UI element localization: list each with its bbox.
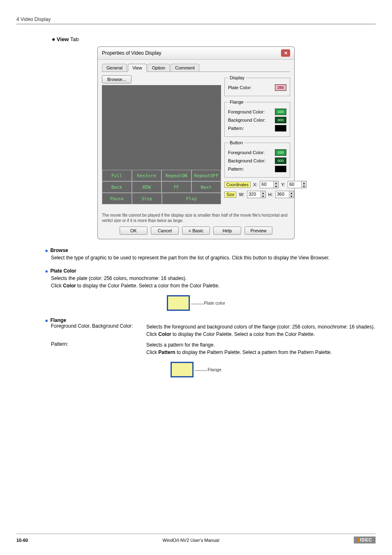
y-label: Y: [281,182,285,187]
browse-title: Browse [50,247,68,253]
flange-demo-label: Flange [208,367,221,372]
flange-fg-swatch[interactable]: 030 [275,109,286,115]
btn-pause[interactable]: Pause [102,193,132,204]
y-stepper[interactable]: 60▲▼ [288,181,307,188]
display-group: Display Plate Color: 255 [224,75,290,96]
plate-demo-swatch [167,295,190,311]
button-bg-swatch[interactable]: 000 [275,157,286,164]
flange-bg-swatch[interactable]: 000 [275,117,286,123]
button-fg-swatch[interactable]: 030 [275,149,286,156]
tab-general[interactable]: General [102,64,127,72]
button-fg-label: Foreground Color: [228,150,265,155]
idec-logo: ▮IDEC [354,536,376,543]
button-group: Button Foreground Color: 030 Background … [224,140,290,178]
button-pattern-swatch[interactable] [275,166,286,172]
page-footer: 10-60 WindO/I-NV2 User's Manual ▮IDEC [16,534,376,543]
flange-fg-text2: Click Color to display the Color Palette… [146,331,376,338]
display-legend: Display [228,75,246,80]
tab-option[interactable]: Option [148,64,170,72]
btn-stop[interactable]: Stop [132,193,162,204]
dialog-title-text: Properties of Video Display [102,50,161,56]
plate-color-swatch[interactable]: 255 [275,84,286,91]
view-tab-suffix: Tab [69,36,78,42]
tab-comment[interactable]: Comment [171,64,199,72]
flange-pat-text1: Selects a pattern for the flange. [146,341,376,349]
flange-fg-text1: Selects the foreground and background co… [146,323,376,331]
bullet-square-icon: ■ [45,269,48,273]
btn-repeat-off[interactable]: RepeatOFF [191,170,221,181]
button-legend: Button [228,140,244,145]
flange-fg-bg-label: Foreground Color, Background Color: [51,323,146,338]
preview-button[interactable]: Preview [244,227,272,235]
flange-demo: Flange [16,362,376,377]
close-icon[interactable]: ✕ [281,49,290,57]
button-bg-label: Background Color: [228,158,265,163]
plate-color-demo: Plate color [16,295,376,311]
h-label: H: [268,192,273,197]
h-stepper[interactable]: 360▲▼ [275,191,294,198]
cancel-button[interactable]: Cancel [151,227,179,235]
btn-restore[interactable]: Restore [132,170,162,181]
plate-line1: Selects the plate (color: 256 colors, mo… [51,275,376,282]
x-label: X: [253,182,257,187]
flange-table: Foreground Color, Background Color: Sele… [51,323,376,356]
flange-fg-label: Foreground Color: [228,109,265,114]
plate-line2: Click Color to display the Color Palette… [51,282,376,289]
browse-body: Select the type of graphic to be used to… [51,254,376,261]
footer-page-number: 10-60 [16,538,28,543]
bullet-icon: ● [52,36,55,42]
warning-text: The movie file cannot be played if the d… [102,213,290,223]
preview-area [102,85,221,170]
bullet-square-icon: ■ [45,318,48,323]
btn-play[interactable]: Play [162,193,221,204]
plate-demo-label: Plate color [204,301,225,305]
view-tab-heading: ● View Tab [52,36,376,42]
header-rule [16,24,376,24]
btn-back[interactable]: Back [102,181,132,193]
btn-next[interactable]: Next [191,181,221,193]
bullet-square-icon: ■ [45,248,48,253]
ok-button[interactable]: OK [120,227,148,235]
button-pattern-label: Pattern: [228,166,244,171]
browse-button[interactable]: Browse... [102,75,131,83]
flange-pattern-swatch[interactable] [275,125,286,132]
dialog-titlebar: Properties of Video Display ✕ [98,47,294,60]
properties-dialog: Properties of Video Display ✕ General Vi… [97,46,295,239]
btn-rew[interactable]: REW [132,181,162,193]
flange-bg-label: Background Color: [228,118,265,123]
flange-group: Flange Foreground Color: 030 Background … [224,99,290,137]
flange-pattern-label: Pattern: [51,341,146,356]
size-label: Size [224,192,236,198]
btn-repeat-on[interactable]: RepeatON [161,170,191,181]
dialog-tabs: General View Option Comment [102,64,290,72]
playback-button-grid: Full Restore RepeatON RepeatOFF Back REW… [102,170,221,204]
btn-full[interactable]: Full [102,170,132,181]
x-stepper[interactable]: 60▲▼ [260,181,279,188]
basic-button[interactable]: < Basic [182,227,210,235]
w-stepper[interactable]: 320▲▼ [247,191,266,198]
browse-section: ■ Browse Select the type of graphic to b… [45,247,376,261]
flange-demo-swatch [171,362,194,377]
coordinates-label: Coordinates [224,182,251,188]
flange-pat-text2: Click Pattern to display the Pattern Pal… [146,349,376,356]
plate-color-section: ■ Plate Color Selects the plate (color: … [45,268,376,289]
view-tab-label: View [57,36,69,42]
chapter-header: 4 Video Display [16,16,376,22]
flange-title: Flange [50,317,66,323]
flange-legend: Flange [228,99,245,104]
btn-ff[interactable]: FF [161,181,191,193]
footer-center-text: WindO/I-NV2 User's Manual [163,538,219,543]
flange-pattern-label: Pattern: [228,126,244,131]
plate-title: Plate Color [50,268,76,274]
plate-color-label: Plate Color: [228,85,251,90]
w-label: W: [239,192,244,197]
help-button[interactable]: Help [213,227,241,235]
tab-view[interactable]: View [128,64,147,72]
dialog-button-row: OK Cancel < Basic Help Preview [102,227,290,235]
flange-section: ■ Flange [45,317,376,323]
